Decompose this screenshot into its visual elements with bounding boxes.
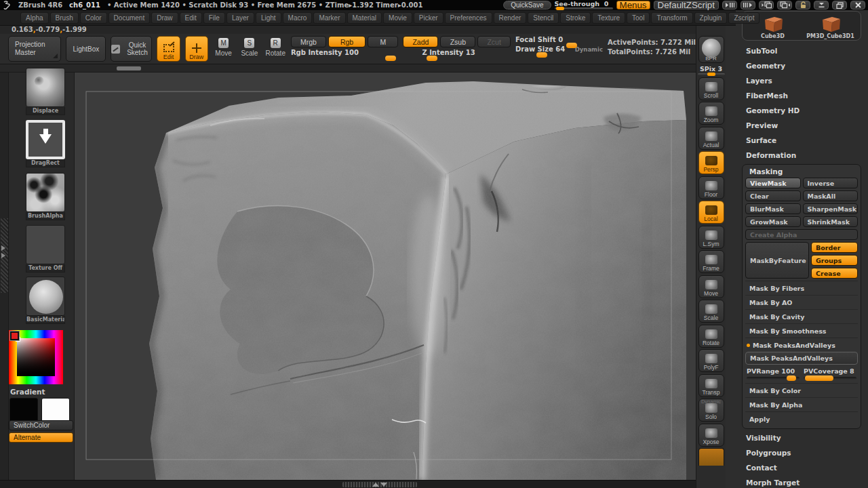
restore-button[interactable]: [832, 1, 847, 9]
masking-button[interactable]: MaskAll: [803, 190, 859, 201]
zsub-button[interactable]: Zsub: [440, 36, 475, 47]
menu-item[interactable]: Color: [80, 12, 107, 24]
brush-thumbnail[interactable]: [26, 68, 65, 107]
viewport-tool-button[interactable]: Scale: [698, 300, 724, 323]
masking-list-item[interactable]: Mask By AO: [745, 295, 858, 309]
palette-section[interactable]: FiberMesh: [726, 88, 868, 103]
palette-section[interactable]: Morph Target: [726, 475, 868, 488]
viewport-tool-button[interactable]: Xpose: [698, 424, 724, 447]
viewport-tool-button[interactable]: Local: [698, 201, 724, 224]
z-intensity-slider[interactable]: Z Intensity 13: [403, 49, 511, 56]
masking-button[interactable]: Clear: [745, 190, 801, 201]
tray-arrow-icon[interactable]: [1, 253, 5, 258]
menu-item[interactable]: Zscript: [728, 12, 760, 24]
draw-mode-button[interactable]: Draw: [185, 36, 208, 62]
rgb-intensity-handle[interactable]: [385, 56, 396, 61]
create-alpha-button[interactable]: Create Alpha: [745, 229, 858, 240]
pv-range-handle[interactable]: [787, 375, 796, 381]
pv-coverage-handle[interactable]: [805, 375, 834, 381]
menu-item[interactable]: Stencil: [528, 12, 559, 24]
menu-item[interactable]: Light: [256, 12, 281, 24]
menu-item[interactable]: Stroke: [560, 12, 591, 24]
viewport-tool-button[interactable]: Zoom: [698, 102, 724, 125]
palette-section[interactable]: Deformation: [726, 148, 868, 163]
lightbox-button[interactable]: LightBox: [66, 36, 106, 62]
menu-item[interactable]: Layer: [226, 12, 254, 24]
masking-list-item[interactable]: Mask By Cavity: [745, 309, 858, 323]
menu-item[interactable]: File: [203, 12, 225, 24]
stroke-selector[interactable]: DragRect: [26, 120, 65, 167]
mask-peaks-header[interactable]: Mask PeaksAndValleys: [745, 338, 858, 352]
material-thumbnail[interactable]: [26, 277, 65, 316]
focal-shift-handle[interactable]: [566, 43, 577, 48]
menu-item[interactable]: Preferences: [445, 12, 492, 24]
mask-peaks-button[interactable]: Mask PeaksAndValleys: [745, 352, 858, 365]
menu-item[interactable]: Draw: [151, 12, 178, 24]
see-through-slider[interactable]: See-through 0: [555, 1, 613, 9]
move-panel-right-button[interactable]: [777, 1, 792, 9]
color-picker[interactable]: [9, 330, 63, 384]
stroke-thumbnail[interactable]: [26, 120, 65, 159]
menu-item[interactable]: Document: [108, 12, 151, 24]
zadd-button[interactable]: Zadd: [403, 36, 438, 47]
palette-section[interactable]: Visibility: [726, 430, 868, 445]
viewport-tool-button[interactable]: PolyF: [698, 349, 724, 372]
mrgb-button[interactable]: Mrgb: [291, 36, 326, 47]
palette-section[interactable]: Layers: [726, 73, 868, 88]
menu-item[interactable]: Texture: [592, 12, 625, 24]
z-intensity-handle[interactable]: [427, 56, 437, 61]
rotate-mode-button[interactable]: R Rotate: [265, 36, 286, 57]
viewport-tool-button[interactable]: Dynamic Solo: [698, 399, 724, 422]
viewport-tool-button[interactable]: Scroll: [698, 77, 724, 100]
spix-slider[interactable]: SPix 3: [698, 65, 725, 75]
divider-right-button[interactable]: [741, 1, 755, 9]
viewport-tool-button[interactable]: Rotate: [698, 325, 724, 348]
tray-arrow-icon[interactable]: [1, 245, 5, 251]
menu-item[interactable]: Movie: [383, 12, 412, 24]
draw-size-handle[interactable]: [536, 52, 547, 58]
canvas-viewport[interactable]: [75, 73, 696, 480]
pv-range-slider[interactable]: PVRange 100: [747, 367, 800, 380]
rgb-intensity-slider[interactable]: Rgb Intensity 100: [291, 49, 399, 56]
menu-item[interactable]: Brush: [50, 12, 79, 24]
menus-toggle-button[interactable]: Menus: [616, 1, 650, 9]
viewport-tool-button[interactable]: Frame: [698, 250, 724, 273]
quick-sketch-button[interactable]: Quick Sketch: [111, 36, 152, 62]
scale-mode-button[interactable]: S Scale: [239, 36, 260, 57]
default-zscript-button[interactable]: DefaultZScript: [654, 1, 719, 9]
draw-size-slider[interactable]: Draw Size 64 Dynamic: [515, 45, 603, 53]
palette-section[interactable]: Polygroups: [726, 445, 868, 460]
menu-item[interactable]: Picker: [414, 12, 443, 24]
move-mode-button[interactable]: M Move: [213, 36, 234, 57]
viewport-tool-button[interactable]: L.Sym: [698, 226, 724, 249]
close-button[interactable]: [850, 1, 865, 9]
viewport-tool-button[interactable]: Persp: [698, 151, 724, 174]
menu-item[interactable]: Render: [494, 12, 527, 24]
bpr-render-button[interactable]: BPR: [698, 36, 724, 63]
rgb-button[interactable]: Rgb: [328, 36, 366, 47]
switch-color-button[interactable]: SwitchColor: [9, 420, 73, 430]
mask-by-alpha-button[interactable]: Mask By Alpha: [745, 397, 858, 411]
lock-icon[interactable]: [795, 1, 810, 9]
alternate-button[interactable]: Alternate: [9, 432, 73, 443]
feature-crease-button[interactable]: Crease: [811, 268, 858, 279]
alpha-thumbnail[interactable]: [26, 173, 65, 212]
menu-item[interactable]: Alpha: [20, 12, 49, 24]
minimize-button[interactable]: [814, 1, 829, 9]
quicksave-button[interactable]: QuickSave: [503, 1, 551, 9]
palette-section[interactable]: Geometry: [726, 58, 868, 73]
texture-selector[interactable]: Texture Off: [26, 225, 65, 272]
menu-item[interactable]: Edit: [180, 12, 202, 24]
projection-master-button[interactable]: Projection Master: [8, 36, 61, 62]
masking-button[interactable]: GrowMask: [745, 216, 801, 227]
see-through-handle[interactable]: [556, 7, 564, 10]
viewport-tool-button[interactable]: Transp: [698, 374, 724, 397]
menu-item[interactable]: Tool: [627, 12, 650, 24]
palette-section[interactable]: Preview: [726, 118, 868, 133]
masking-button[interactable]: BlurMask: [745, 203, 801, 214]
menu-item[interactable]: Macro: [283, 12, 313, 24]
feature-border-button[interactable]: Border: [811, 242, 858, 253]
divider-left-button[interactable]: [722, 1, 737, 9]
tool-slot-pm3d-cube3d1[interactable]: PM3D_Cube3D1: [802, 13, 859, 39]
apply-button[interactable]: Apply: [745, 411, 858, 426]
